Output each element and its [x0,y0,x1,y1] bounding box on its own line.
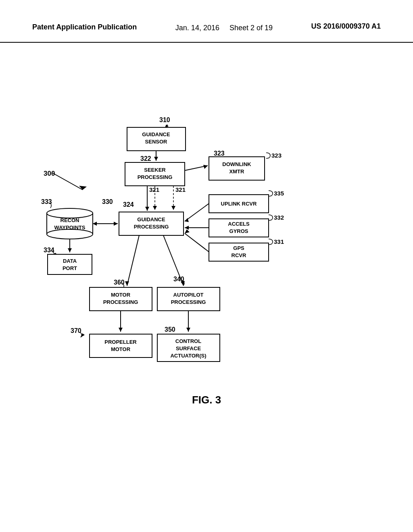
header-date: Jan. 14, 2016 [175,24,219,32]
svg-text:AUTOPILOT: AUTOPILOT [173,292,204,298]
svg-text:MOTOR: MOTOR [111,346,131,352]
svg-marker-81 [119,328,123,332]
svg-marker-9 [154,157,158,161]
header-center-info: Jan. 14, 2016 Sheet 2 of 19 [175,22,273,34]
svg-text:PROCESSING: PROCESSING [138,174,173,180]
svg-text:WAYPOINTS: WAYPOINTS [54,224,86,231]
svg-text:322: 322 [140,155,151,162]
svg-rect-86 [90,334,152,357]
svg-line-1 [52,173,83,190]
svg-text:321: 321 [175,186,186,193]
svg-text:331: 331 [274,238,284,245]
svg-text:323: 323 [214,150,225,157]
svg-text:310: 310 [159,116,170,123]
svg-text:RECON: RECON [60,217,79,223]
svg-point-38 [47,229,93,239]
svg-text:FIG. 3: FIG. 3 [192,394,221,406]
svg-text:PORT: PORT [63,265,77,271]
svg-line-68 [127,235,139,286]
header-right-label: US 2016/0009370 A1 [311,22,381,31]
svg-marker-2 [79,186,87,190]
svg-text:PROCESSING: PROCESSING [103,299,138,305]
svg-text:UPLINK RCVR: UPLINK RCVR [221,201,257,207]
svg-text:DATA: DATA [63,258,77,264]
svg-rect-48 [48,254,92,274]
svg-line-62 [185,204,209,221]
svg-text:330: 330 [102,198,113,205]
svg-text:360: 360 [114,279,125,286]
svg-text:GUIDANCE: GUIDANCE [142,131,170,137]
svg-marker-65 [185,226,189,230]
svg-text:370: 370 [71,327,81,334]
svg-text:GYROS: GYROS [229,228,248,234]
svg-text:350: 350 [165,326,175,333]
patent-page: Patent Application Publication Jan. 14, … [0,0,413,532]
svg-text:321: 321 [149,186,159,193]
svg-text:PROCESSING: PROCESSING [171,299,206,305]
svg-text:333: 333 [41,198,52,205]
svg-marker-42 [114,222,118,226]
svg-marker-67 [185,229,190,233]
svg-text:GUIDANCE: GUIDANCE [137,216,165,222]
svg-text:MOTOR: MOTOR [111,292,131,298]
svg-line-66 [185,233,209,252]
header-sheet: Sheet 2 of 19 [229,24,273,32]
svg-text:CONTROL: CONTROL [175,338,201,344]
svg-text:332: 332 [274,214,284,221]
svg-text:XMTR: XMTR [229,168,244,175]
svg-text:ACCELS: ACCELS [228,221,250,227]
page-header: Patent Application Publication Jan. 14, … [0,0,413,43]
svg-marker-83 [186,328,190,332]
svg-text:323: 323 [271,152,282,159]
svg-text:DOWNLINK: DOWNLINK [222,161,251,167]
svg-text:SENSOR: SENSOR [145,139,168,145]
svg-marker-28 [171,206,175,210]
svg-marker-45 [68,248,72,252]
svg-text:PROCESSING: PROCESSING [134,224,169,230]
svg-text:340: 340 [173,276,184,283]
header-left-label: Patent Application Publication [32,22,137,32]
svg-text:324: 324 [123,201,134,208]
svg-marker-26 [153,206,157,210]
svg-marker-43 [93,222,97,226]
svg-text:SURFACE: SURFACE [176,345,201,351]
svg-marker-30 [145,207,149,211]
block-diagram: 300 310 GUIDANCE SENSOR 322 323 SEEKER [0,43,413,486]
svg-text:GPS: GPS [233,245,244,251]
svg-point-35 [47,208,93,218]
svg-text:PROPELLER: PROPELLER [104,339,137,345]
svg-text:SEEKER: SEEKER [144,167,166,173]
svg-marker-69 [125,281,129,286]
svg-text:RCVR: RCVR [232,252,246,258]
svg-text:ACTUATOR(S): ACTUATOR(S) [170,353,206,359]
svg-text:335: 335 [274,190,284,197]
svg-text:334: 334 [44,247,54,254]
diagram-area: 300 310 GUIDANCE SENSOR 322 323 SEEKER [0,43,413,486]
